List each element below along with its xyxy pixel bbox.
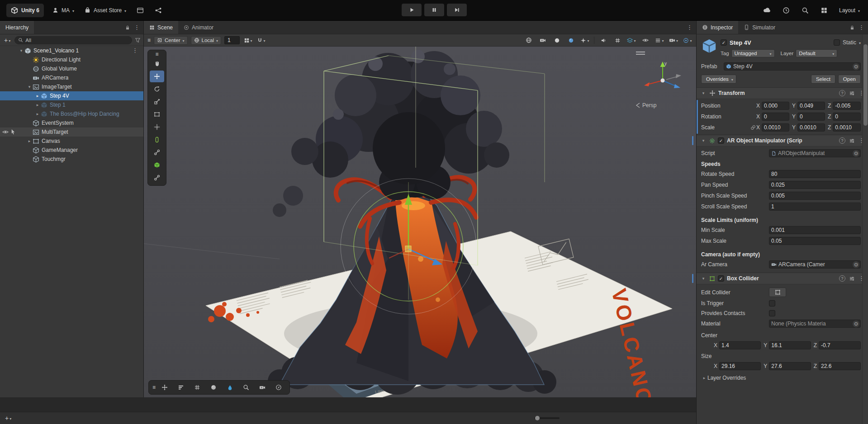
position-y-field[interactable]: 0.049 <box>797 102 825 110</box>
layers-visibility-dropdown[interactable] <box>626 36 636 45</box>
scene-visibility-toggle[interactable] <box>640 36 650 45</box>
overlay-camera-button[interactable] <box>255 382 270 393</box>
pivot-dropdown[interactable]: Center <box>154 36 188 45</box>
tab-scene[interactable]: Scene <box>144 21 178 34</box>
gameobject-name[interactable]: Step 4V <box>730 39 831 46</box>
tab-hierarchy[interactable]: Hierarchy <box>0 21 34 34</box>
position-z-field[interactable]: -0.005 <box>833 102 861 110</box>
fold-arrow-icon[interactable] <box>18 48 24 53</box>
inspector-scrollbar[interactable] <box>862 34 868 424</box>
component-enabled-checkbox[interactable] <box>718 275 724 282</box>
rotate-tool-button[interactable] <box>150 83 164 95</box>
fold-arrow-icon[interactable] <box>700 91 707 95</box>
size-x-field[interactable]: 29.16 <box>719 362 761 370</box>
rect-tool-button[interactable] <box>150 108 164 120</box>
shading-mode-button[interactable] <box>552 36 562 45</box>
create-object-button[interactable] <box>3 37 12 44</box>
fold-arrow-icon[interactable] <box>700 276 707 281</box>
hierarchy-row[interactable]: ImageTarget <box>0 82 143 91</box>
scrollbar-thumb[interactable] <box>863 44 868 126</box>
panel-menu-icon[interactable] <box>859 24 864 31</box>
custom-tool-joint2-button[interactable] <box>150 172 164 184</box>
hierarchy-row-selected[interactable]: Step 4V <box>0 91 143 100</box>
overlay-paint-button[interactable] <box>223 382 237 393</box>
scene-menu-icon[interactable] <box>132 47 138 54</box>
custom-tool-capsule-button[interactable] <box>150 134 164 146</box>
object-picker-icon[interactable] <box>853 150 859 157</box>
material-object-field[interactable]: None (Physics Materia <box>769 320 861 328</box>
overlay-drag-handle[interactable] <box>152 385 156 390</box>
grid-snap-size-field[interactable]: 1 <box>224 36 240 44</box>
object-picker-icon[interactable] <box>853 320 859 327</box>
presets-icon[interactable] <box>849 138 855 144</box>
tag-dropdown[interactable]: Untagged <box>731 49 775 57</box>
size-y-field[interactable]: 27.6 <box>769 362 811 370</box>
window-manager-button[interactable] <box>134 5 146 16</box>
overlay-sphere-button[interactable] <box>206 382 221 393</box>
scale-z-field[interactable]: 0.0010 <box>833 123 861 132</box>
orientation-dropdown[interactable]: Local <box>191 36 222 45</box>
services-graph-button[interactable] <box>152 5 164 16</box>
overrides-dropdown[interactable]: Overrides <box>701 75 736 84</box>
help-icon[interactable] <box>839 90 845 96</box>
help-icon[interactable] <box>839 275 845 282</box>
overlay-search-button[interactable] <box>239 382 253 393</box>
static-checkbox[interactable] <box>834 39 840 46</box>
layer-dropdown[interactable]: Default <box>796 49 837 57</box>
overlay-compass-button[interactable] <box>271 382 286 393</box>
custom-tool-cube-button[interactable] <box>150 159 164 171</box>
fold-arrow-icon[interactable] <box>34 103 41 107</box>
prefab-object-field[interactable]: Step 4V <box>724 62 861 71</box>
scale-y-field[interactable]: 0.0010 <box>797 123 825 132</box>
camera-view-dropdown[interactable] <box>669 36 678 45</box>
fold-arrow-icon[interactable] <box>700 138 707 143</box>
custom-tool-joint-button[interactable] <box>150 146 164 158</box>
max-scale-field[interactable]: 0.05 <box>769 237 861 245</box>
hierarchy-row[interactable]: Global Volume <box>0 64 143 73</box>
fold-arrow-icon[interactable] <box>26 85 33 89</box>
constrain-proportions-icon[interactable] <box>750 125 756 130</box>
play-button[interactable] <box>402 4 422 16</box>
center-x-field[interactable]: 1.4 <box>719 341 761 349</box>
prefab-select-button[interactable]: Select <box>811 75 835 84</box>
account-menu[interactable]: MA <box>50 4 76 17</box>
hierarchy-row[interactable]: EventSystem <box>0 118 143 127</box>
is-trigger-checkbox[interactable] <box>769 300 775 306</box>
rotate-speed-field[interactable]: 80 <box>769 170 861 178</box>
hierarchy-row[interactable]: The Boss@Hip Hop Dancing <box>0 109 143 118</box>
presets-icon[interactable] <box>849 276 855 282</box>
box-collider-component-header[interactable]: Box Collider <box>697 273 868 284</box>
fold-arrow-icon[interactable] <box>34 112 41 116</box>
center-y-field[interactable]: 16.1 <box>769 341 811 349</box>
scale-x-field[interactable]: 0.0010 <box>762 123 789 132</box>
gameobject-active-checkbox[interactable] <box>721 39 727 46</box>
hierarchy-row[interactable]: ARCamera <box>0 73 143 82</box>
fold-arrow-icon[interactable] <box>34 94 41 98</box>
object-picker-icon[interactable] <box>853 63 859 70</box>
tab-animator[interactable]: Animator <box>178 21 219 34</box>
picking-cursor-icon[interactable] <box>10 129 16 135</box>
ar-camera-object-field[interactable]: ARCamera (Camer <box>769 260 861 269</box>
ar-manipulator-component-header[interactable]: AR Object Manipulator (Scrip <box>697 135 868 146</box>
edit-collider-button[interactable] <box>769 287 786 297</box>
overlays-dropdown[interactable] <box>655 36 664 45</box>
toolbar-handle-icon[interactable] <box>147 37 151 43</box>
pause-button[interactable] <box>424 4 444 16</box>
grid-visibility-toggle[interactable] <box>612 36 622 45</box>
unity-version-button[interactable]: Unity 6 <box>6 4 44 17</box>
skybox-toggle[interactable] <box>524 36 534 45</box>
hierarchy-row[interactable]: Canvas <box>0 137 143 146</box>
rotation-x-field[interactable]: 0 <box>762 113 789 121</box>
lighting-toggle[interactable] <box>566 36 576 45</box>
tab-inspector[interactable]: Inspector <box>697 21 738 34</box>
tab-simulator[interactable]: Simulator <box>738 21 781 34</box>
project-zoom-slider[interactable] <box>534 417 560 419</box>
center-z-field[interactable]: -0.7 <box>819 341 861 349</box>
transform-tool-button[interactable] <box>150 121 164 133</box>
object-picker-icon[interactable] <box>853 261 859 268</box>
layer-overrides-foldout[interactable]: Layer Overrides <box>701 372 861 383</box>
position-x-field[interactable]: 0.000 <box>762 102 789 110</box>
panel-menu-icon[interactable] <box>134 24 140 31</box>
hierarchy-row[interactable]: Directional Light <box>0 55 143 64</box>
audio-toggle[interactable] <box>598 36 608 45</box>
